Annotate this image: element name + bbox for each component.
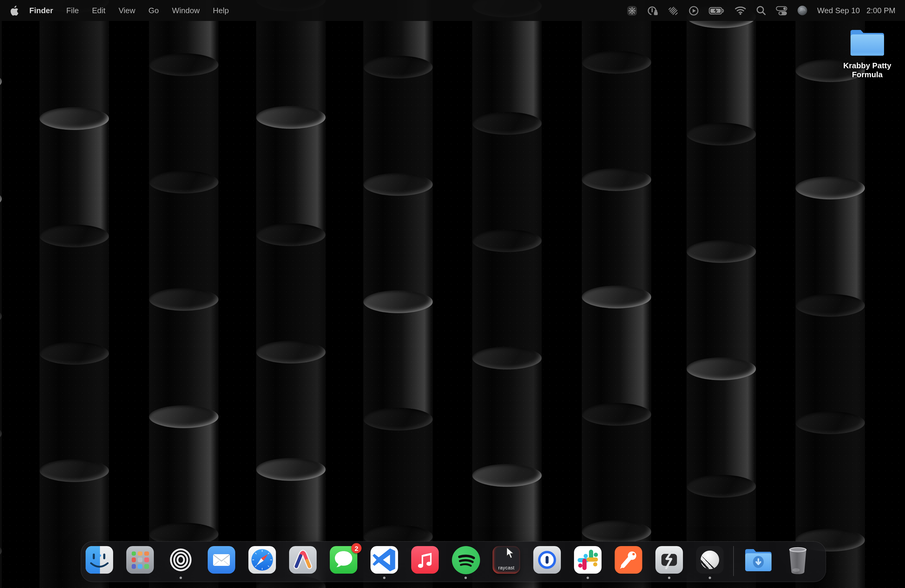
dock-item-vscode[interactable] — [370, 546, 398, 574]
wallpaper-cylinder — [0, 81, 2, 199]
starburst-icon — [627, 5, 638, 16]
now-playing-menu-extra-icon[interactable] — [689, 5, 699, 16]
wallpaper-column — [149, 0, 219, 588]
dock-item-linear[interactable] — [696, 546, 724, 574]
dock: 2 — [81, 541, 826, 582]
dock-item-trash[interactable] — [786, 546, 809, 574]
dock-item-spotify[interactable] — [452, 546, 479, 574]
dock-item-postman[interactable] — [615, 546, 642, 574]
starburst-menu-extra-icon[interactable] — [627, 5, 638, 16]
wallpaper-cylinder — [795, 423, 865, 541]
menu-bar-date: Wed Sep 10 — [817, 6, 860, 15]
wallpaper-cylinder — [582, 414, 651, 532]
dock-item-launchpad[interactable] — [126, 546, 154, 574]
wallpaper-cylinder — [363, 67, 433, 185]
toggles-icon — [776, 6, 788, 15]
hatched-icon — [668, 5, 679, 16]
wallpaper-column — [795, 0, 865, 588]
spotify-circle-icon — [452, 546, 480, 574]
wallpaper-cylinder — [40, 353, 109, 471]
dock-item-slack[interactable] — [574, 546, 602, 574]
wallpaper-cylinder — [0, 316, 2, 434]
dock-item-1password[interactable] — [533, 546, 561, 574]
battery-charging-icon[interactable] — [709, 6, 725, 15]
dock-item-apple-music[interactable] — [411, 546, 439, 574]
wallpaper-cylinder — [0, 551, 2, 588]
dock-item-safari[interactable] — [248, 546, 276, 574]
apple-icon — [10, 5, 19, 16]
wallpaper-cylinder — [795, 71, 865, 189]
dock-item-arc-browser[interactable] — [289, 546, 317, 574]
dock-item-messages[interactable]: 2 — [330, 546, 357, 574]
siri-orb-icon — [797, 5, 808, 16]
wallpaper-column — [472, 0, 542, 588]
wallpaper-cylinder — [686, 369, 756, 487]
menu-bar-clock[interactable]: Wed Sep 10 2:00 PM — [817, 6, 895, 15]
menu-bar: Finder File Edit View Go Window Help — [0, 0, 905, 21]
finder-face-icon — [86, 546, 113, 574]
siri-icon[interactable] — [797, 5, 808, 16]
dock-item-concentric-circles-app[interactable] — [167, 546, 195, 574]
striped-sphere-icon — [700, 551, 719, 569]
wallpaper-cylinder — [256, 118, 325, 235]
dock-item-zed[interactable] — [656, 546, 683, 574]
mouse-cursor — [506, 547, 515, 562]
messages-unread-badge: 2 — [351, 543, 362, 553]
play-circle-icon — [689, 5, 699, 16]
raycast-label: raycast — [492, 565, 520, 571]
menu-edit[interactable]: Edit — [85, 6, 112, 15]
menu-finder[interactable]: Finder — [19, 6, 60, 15]
downloads-folder-icon — [743, 546, 773, 574]
wallpaper-cylinder — [363, 184, 433, 302]
apple-menu[interactable] — [10, 5, 19, 16]
dock-item-mail[interactable] — [208, 546, 235, 574]
spotlight-search-icon[interactable] — [756, 5, 767, 16]
wallpaper-cylinder — [363, 419, 433, 537]
wallpaper-cylinder — [40, 236, 109, 354]
dock-item-downloads-folder[interactable] — [743, 546, 773, 574]
wallpaper-cylinder — [582, 297, 651, 415]
music-note-icon — [411, 546, 439, 574]
menu-bar-time: 2:00 PM — [866, 6, 895, 15]
launchpad-grid-icon — [132, 551, 149, 569]
wallpaper-cylinder — [686, 251, 756, 369]
wallpaper-cylinder — [256, 235, 325, 353]
wifi-arcs-icon — [735, 6, 747, 15]
folder-icon — [849, 27, 886, 57]
wallpaper-cylinder — [686, 17, 756, 135]
battery-icon — [709, 6, 725, 15]
menu-help[interactable]: Help — [206, 6, 235, 15]
wallpaper-column — [256, 0, 325, 588]
search-icon — [756, 5, 767, 16]
menu-file[interactable]: File — [60, 6, 85, 15]
desktop-folder-krabby-patty-formula[interactable]: Krabby Patty Formula — [831, 27, 903, 79]
desktop-folder-label: Krabby Patty Formula — [831, 62, 903, 79]
wifi-icon[interactable] — [735, 6, 747, 15]
screen-lock-menu-extra-icon[interactable] — [647, 5, 659, 16]
arrow-cursor-icon — [506, 547, 515, 559]
compass-icon — [248, 546, 276, 574]
wallpaper-cylinder — [149, 65, 219, 183]
wallpaper-cylinder — [363, 302, 433, 420]
dock-divider — [733, 546, 734, 576]
hatched-privacy-menu-extra-icon[interactable] — [668, 5, 679, 16]
zed-glyph-icon — [656, 546, 683, 574]
wallpaper-cylinder — [472, 123, 542, 241]
wallpaper-cylinder — [149, 299, 219, 417]
wallpaper-cylinder — [256, 352, 325, 470]
dock-item-finder[interactable] — [86, 546, 113, 574]
wallpaper-cylinder — [0, 434, 2, 551]
wallpaper — [0, 0, 905, 588]
menu-go[interactable]: Go — [142, 6, 165, 15]
wallpaper-column — [40, 0, 109, 588]
desktop-screen: Finder File Edit View Go Window Help — [0, 0, 905, 588]
wallpaper-cylinder — [149, 182, 219, 300]
power-lock-icon — [647, 5, 659, 16]
menu-window[interactable]: Window — [165, 6, 206, 15]
wallpaper-cylinder — [582, 62, 651, 180]
menu-view[interactable]: View — [112, 6, 142, 15]
wallpaper-cylinder — [582, 180, 651, 297]
arc-a-icon — [289, 546, 317, 574]
control-center-icon[interactable] — [776, 6, 788, 15]
wallpaper-cylinder — [149, 417, 219, 535]
